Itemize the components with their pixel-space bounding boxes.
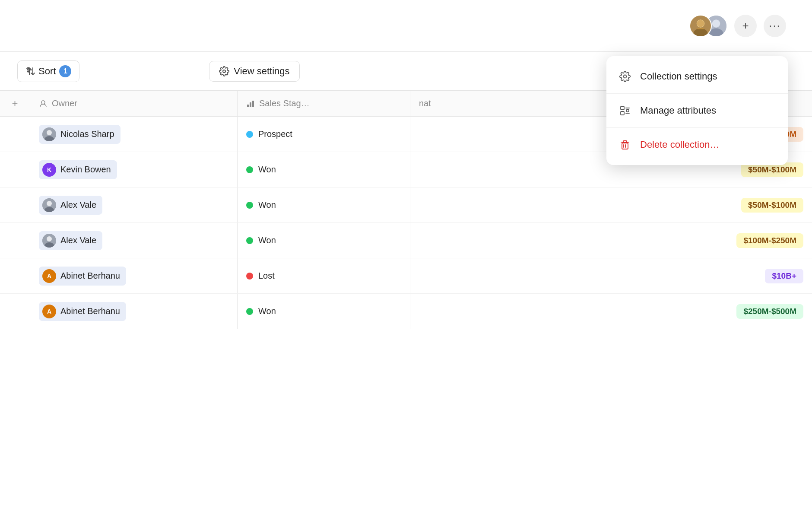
avatar-group (689, 15, 727, 37)
cell-owner-1: K Kevin Bowen (30, 152, 238, 187)
svg-rect-11 (250, 102, 251, 107)
owner-chip-5[interactable]: A Abinet Berhanu (39, 302, 126, 321)
owner-avatar-2 (42, 198, 56, 212)
svg-rect-28 (622, 143, 628, 149)
table-row: Alex Vale Won $50M-$100M (0, 187, 812, 223)
svg-rect-4 (698, 28, 704, 29)
sales-cell-5: Won (246, 306, 276, 316)
owner-avatar-5: A (42, 305, 56, 318)
sales-cell-3: Won (246, 235, 276, 245)
svg-rect-23 (621, 106, 624, 110)
delete-collection-item[interactable]: Delete collection… (606, 130, 788, 160)
gear-icon (619, 70, 631, 83)
owner-chip-1[interactable]: K Kevin Bowen (39, 160, 117, 179)
svg-point-9 (41, 101, 45, 104)
table-row: A Abinet Berhanu Lost $10B+ (0, 258, 812, 294)
svg-point-3 (697, 20, 704, 27)
cell-owner-3: Alex Vale (30, 223, 238, 258)
svg-point-8 (223, 70, 225, 73)
add-column-button[interactable]: + (0, 91, 30, 116)
cell-owner-4: A Abinet Berhanu (30, 258, 238, 293)
status-dot-0 (246, 131, 253, 138)
status-dot-5 (246, 308, 253, 315)
collection-settings-item[interactable]: Collection settings (606, 61, 788, 92)
view-settings-label: View settings (234, 66, 289, 77)
svg-rect-10 (247, 105, 249, 107)
svg-point-17 (47, 201, 52, 206)
cell-add (0, 117, 30, 152)
status-dot-3 (246, 237, 253, 244)
cell-add (0, 294, 30, 329)
more-button[interactable]: ··· (764, 15, 786, 37)
cell-nat-3: $100M-$250M (410, 223, 812, 258)
svg-point-20 (47, 236, 52, 241)
owner-chip-3[interactable]: Alex Vale (39, 231, 102, 250)
manage-attributes-label: Manage attributes (640, 105, 716, 116)
attributes-icon (619, 104, 631, 117)
cell-nat-4: $10B+ (410, 258, 812, 293)
cell-sales-2: Won (238, 187, 410, 222)
status-dot-2 (246, 202, 253, 209)
svg-point-22 (624, 75, 627, 78)
table-row: Alex Vale Won $100M-$250M (0, 223, 812, 258)
collection-settings-label: Collection settings (640, 71, 717, 82)
cell-nat-5: $250M-$500M (410, 294, 812, 329)
avatar-user1 (689, 15, 712, 37)
column-sales-stage: Sales Stag… (238, 91, 410, 116)
cell-sales-5: Won (238, 294, 410, 329)
add-button[interactable]: + (734, 15, 757, 37)
badge-2: $50M-$100M (741, 198, 803, 213)
cell-sales-1: Won (238, 152, 410, 187)
cell-sales-4: Lost (238, 258, 410, 293)
delete-collection-label: Delete collection… (640, 139, 719, 150)
owner-chip-4[interactable]: A Abinet Berhanu (39, 267, 126, 286)
cell-owner-0: Nicolas Sharp (30, 117, 238, 152)
column-owner: Owner (30, 91, 238, 116)
cell-add (0, 152, 30, 187)
cell-add (0, 187, 30, 222)
owner-avatar-0 (42, 127, 56, 141)
owner-avatar-3 (42, 234, 56, 248)
cell-owner-5: A Abinet Berhanu (30, 294, 238, 329)
cell-sales-0: Prospect (238, 117, 410, 152)
sales-cell-4: Lost (246, 271, 275, 281)
badge-5: $250M-$500M (736, 304, 803, 319)
sort-icon (25, 67, 35, 76)
sales-cell-1: Won (246, 165, 276, 175)
chart-icon (246, 99, 255, 108)
top-bar: + ··· (0, 0, 812, 52)
manage-attributes-item[interactable]: Manage attributes (606, 95, 788, 126)
status-dot-1 (246, 166, 253, 173)
badge-3: $100M-$250M (736, 233, 803, 248)
sort-badge: 1 (59, 65, 71, 77)
badge-4: $10B+ (765, 269, 803, 283)
view-settings-button[interactable]: View settings (209, 61, 299, 82)
dropdown-menu: Collection settings Manage attributes (606, 56, 788, 165)
sales-cell-0: Prospect (246, 129, 292, 139)
owner-avatar-1: K (42, 163, 56, 177)
svg-point-14 (47, 130, 52, 135)
person-icon (39, 99, 48, 108)
owner-chip-0[interactable]: Nicolas Sharp (39, 125, 121, 144)
cell-add (0, 258, 30, 293)
table-row: A Abinet Berhanu Won $250M-$500M (0, 294, 812, 329)
cell-owner-2: Alex Vale (30, 187, 238, 222)
gear-icon (219, 66, 229, 76)
svg-rect-24 (621, 111, 624, 115)
status-dot-4 (246, 273, 253, 280)
sort-button[interactable]: Sort 1 (17, 60, 79, 82)
sales-cell-2: Won (246, 200, 276, 210)
svg-point-27 (626, 109, 629, 112)
sort-label: Sort (38, 66, 56, 77)
svg-rect-12 (252, 101, 254, 107)
owner-chip-2[interactable]: Alex Vale (39, 196, 102, 215)
cell-add (0, 223, 30, 258)
cell-sales-3: Won (238, 223, 410, 258)
owner-avatar-4: A (42, 269, 56, 283)
cell-nat-2: $50M-$100M (410, 187, 812, 222)
svg-point-6 (712, 19, 720, 27)
divider (606, 93, 788, 94)
trash-icon (619, 138, 631, 151)
divider (606, 127, 788, 128)
